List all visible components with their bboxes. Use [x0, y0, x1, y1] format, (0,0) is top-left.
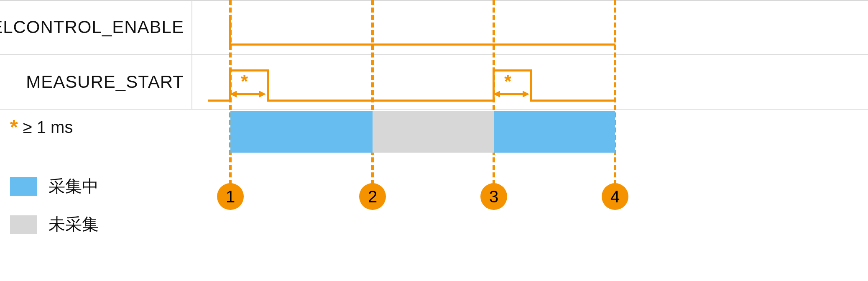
swatch-not-collecting	[10, 215, 37, 234]
legend-footnote-text: ≥ 1 ms	[23, 118, 73, 137]
svg-marker-1	[230, 91, 237, 97]
timepoint-2: 2	[359, 183, 386, 210]
signal-measure-start-pulse2-fall	[530, 69, 532, 100]
timepoint-label: 1	[226, 187, 235, 206]
bar-not-collecting	[373, 111, 494, 153]
timepoint-4: 4	[602, 183, 628, 210]
signal-measure-start-pulse1-fall	[267, 69, 269, 100]
legend-label-collecting: 采集中	[49, 175, 99, 198]
timepoint-label: 2	[368, 187, 377, 206]
bar-collecting-1	[230, 111, 373, 153]
legend-footnote: * ≥ 1 ms	[10, 117, 99, 137]
legend: * ≥ 1 ms 采集中 未采集	[10, 117, 99, 236]
time-guide-2	[371, 0, 374, 192]
pulse-arrow-2	[493, 89, 529, 100]
signal-label-levelcontrol-enable: LEVELCONTROL_ENABLE	[0, 0, 191, 54]
legend-label-not-collecting: 未采集	[49, 213, 99, 236]
signal-levelcontrol-rise	[229, 15, 231, 44]
svg-marker-2	[259, 91, 266, 97]
legend-row-collecting: 采集中	[10, 175, 99, 198]
signal-label-measure-start: MEASURE_START	[0, 54, 191, 110]
timepoint-3: 3	[480, 183, 507, 210]
pulse-arrow-1	[230, 89, 266, 100]
time-guide-4	[614, 0, 616, 192]
bar-collecting-2	[494, 111, 615, 153]
timepoint-1: 1	[217, 183, 244, 210]
svg-marker-5	[523, 91, 529, 97]
signal-measure-start-low-pre	[208, 100, 229, 102]
signal-levelcontrol-enable-line	[229, 43, 615, 46]
timepoint-label: 3	[489, 187, 498, 206]
timepoint-label: 4	[610, 187, 620, 206]
asterisk-icon: *	[10, 117, 18, 137]
svg-marker-4	[493, 91, 500, 97]
legend-row-not-collecting: 未采集	[10, 213, 99, 236]
signal-measure-start-low-mid	[267, 100, 493, 102]
signal-measure-start-low-post	[530, 100, 615, 102]
swatch-collecting	[10, 177, 37, 196]
timeline-area: * * 1 2 3 4	[191, 0, 868, 281]
